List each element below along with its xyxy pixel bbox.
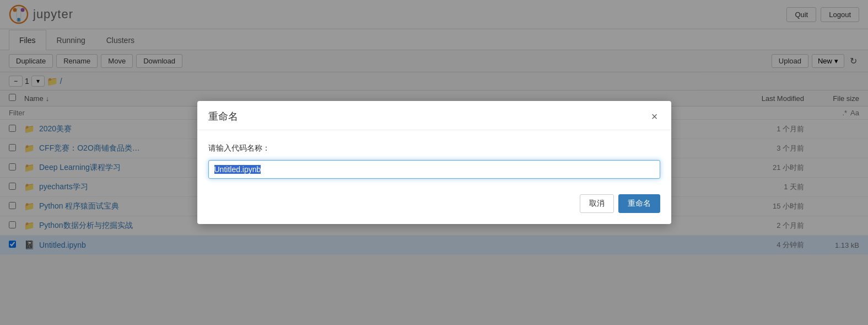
modal-title: 重命名 <box>208 110 238 123</box>
modal-close-button[interactable]: × <box>649 111 660 122</box>
rename-modal: 重命名 × 请输入代码名称： 取消 重命名 <box>197 101 671 224</box>
modal-overlay: 重命名 × 请输入代码名称： 取消 重命名 <box>0 0 868 255</box>
modal-label: 请输入代码名称： <box>208 143 660 153</box>
modal-footer: 取消 重命名 <box>197 188 671 224</box>
confirm-rename-button[interactable]: 重命名 <box>618 194 660 213</box>
modal-body: 请输入代码名称： <box>197 130 671 188</box>
cancel-button[interactable]: 取消 <box>580 194 614 213</box>
modal-header: 重命名 × <box>197 101 671 130</box>
rename-input[interactable] <box>208 160 660 179</box>
